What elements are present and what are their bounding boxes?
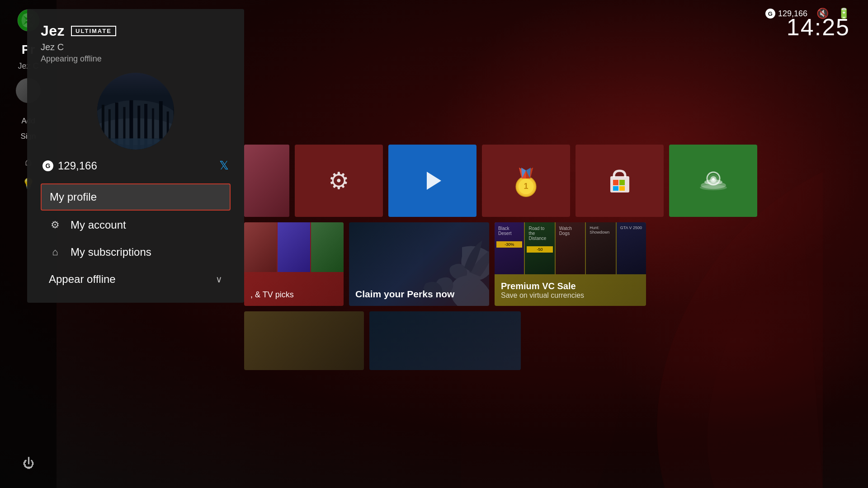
top-bar-right: G 129,166 🔇 🔋: [765, 8, 850, 19]
tile-tv-picks[interactable]: , & TV picks: [244, 222, 344, 306]
twitter-icon[interactable]: 𝕏: [219, 159, 229, 173]
vc-title: Premium VC Sale: [501, 281, 584, 291]
avatar-forest-bg: [97, 73, 174, 150]
svg-rect-21: [619, 180, 625, 185]
tile-vc-sale[interactable]: Black Desert -30% Road to the Distance -…: [495, 222, 646, 306]
panel-avatar: [97, 73, 174, 150]
tile-bottom-right[interactable]: [369, 311, 521, 370]
ultimate-badge: ULTIMATE: [71, 26, 116, 36]
vc-subtitle: Save on virtual currencies: [501, 291, 584, 300]
store-icon: [605, 166, 634, 196]
tile-bottom-left[interactable]: [244, 311, 364, 370]
vc-thumb-4: Hunt: Showdown: [586, 222, 615, 274]
svg-rect-20: [613, 180, 618, 185]
menu-my-subscriptions-label: My subscriptions: [71, 246, 151, 258]
tile-partial-left[interactable]: [244, 145, 289, 217]
panel-header: Jez ULTIMATE: [41, 23, 231, 39]
vc-thumb-1: Black Desert -30%: [495, 222, 524, 274]
tile-achievements[interactable]: 1: [482, 145, 570, 217]
achievement-medal-icon: 1: [509, 164, 543, 198]
tile-perks[interactable]: Claim your Perks now: [349, 222, 489, 306]
svg-rect-22: [613, 186, 618, 191]
panel-gamerscore: G 129,166: [42, 160, 97, 172]
svg-text:1: 1: [524, 182, 528, 191]
sidebar-power-icon[interactable]: ⏻: [17, 452, 40, 474]
g-icon: G: [42, 160, 53, 171]
picks-img-2: [278, 222, 310, 272]
top-g-icon: G: [765, 9, 775, 19]
tile-partial-bg: [244, 145, 289, 217]
profile-panel: Jez ULTIMATE Jez C Appearing offline: [27, 9, 244, 303]
panel-display-name: Jez: [41, 23, 65, 39]
sidebar-bottom: ⏻: [17, 452, 40, 474]
tile-xbox-gamepass[interactable]: [669, 145, 757, 217]
menu-my-profile-label: My profile: [50, 191, 97, 203]
battery-icon: 🔋: [838, 8, 850, 19]
account-gear-icon: ⚙: [49, 219, 61, 231]
settings-tile-icon: ⚙: [328, 167, 349, 194]
chevron-down-icon: ∨: [216, 274, 222, 285]
picks-label: , & TV picks: [250, 290, 294, 299]
perks-title: Claim your Perks now: [355, 289, 483, 300]
muted-icon: 🔇: [816, 8, 829, 19]
vc-thumb-3: Watch Dogs: [556, 222, 585, 274]
tile-media[interactable]: [388, 145, 476, 217]
subscriptions-home-icon: ⌂: [49, 246, 61, 258]
tile-store[interactable]: [576, 145, 664, 217]
vc-thumb-2: Road to the Distance -50: [525, 222, 554, 274]
picks-img-3: [311, 222, 344, 272]
svg-rect-23: [619, 186, 625, 191]
tiles-third-row: [244, 311, 854, 370]
picks-img-1: [244, 222, 277, 272]
tiles-area: ⚙ 1: [244, 145, 854, 479]
menu-my-profile[interactable]: My profile: [41, 183, 231, 211]
svg-point-29: [712, 178, 715, 181]
gamepass-icon: [698, 165, 729, 197]
tile-settings[interactable]: ⚙: [295, 145, 383, 217]
gamerscore-value: 129,166: [58, 160, 97, 172]
vc-content: Premium VC Sale Save on virtual currenci…: [501, 281, 584, 300]
vc-game-thumbs: Black Desert -30% Road to the Distance -…: [495, 222, 646, 274]
svg-point-15: [97, 138, 174, 150]
tiles-top-row: ⚙ 1: [244, 145, 854, 217]
menu-appear-offline[interactable]: Appear offline ∨: [41, 267, 231, 292]
tiles-bottom-row: , & TV picks Claim your Perks now: [244, 222, 854, 306]
panel-status: Appearing offline: [41, 54, 231, 64]
top-gamerscore: G 129,166: [765, 9, 807, 19]
panel-gamertag: Jez C: [41, 42, 231, 52]
picks-label-area: , & TV picks: [250, 290, 337, 300]
menu-appear-offline-label: Appear offline: [49, 273, 116, 286]
menu-my-account[interactable]: ⚙ My account: [41, 212, 231, 238]
panel-stats-row: G 129,166 𝕏: [41, 159, 231, 173]
top-gamerscore-value: 129,166: [778, 9, 807, 19]
menu-my-subscriptions[interactable]: ⌂ My subscriptions: [41, 239, 231, 265]
vc-thumb-5: GTA V 2500: [617, 222, 646, 274]
svg-point-30: [700, 185, 727, 190]
picks-collage: [244, 222, 344, 272]
perks-content: Claim your Perks now: [355, 289, 483, 300]
media-play-icon: [418, 166, 447, 196]
menu-my-account-label: My account: [71, 219, 126, 231]
